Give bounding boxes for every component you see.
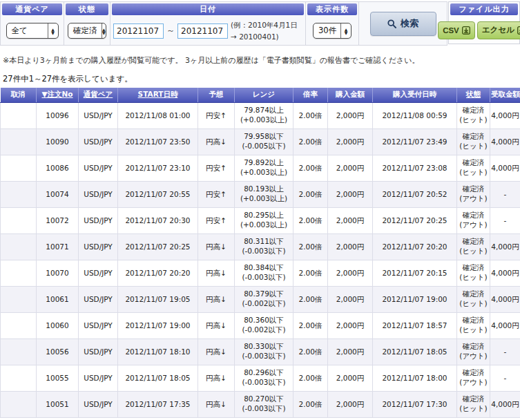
column-header-order-no[interactable]: ▼注文No <box>37 88 79 102</box>
cell-order-no: 10060 <box>37 312 79 338</box>
column-header-label[interactable]: START日時 <box>138 90 178 98</box>
cell-line: 80.330以下 <box>235 342 292 352</box>
csv-export-button[interactable]: CSV <box>438 21 475 39</box>
filter-display-count: 表示件数 30件 ▲▼ <box>306 1 359 46</box>
table-row: 10090USD/JPY2012/11/07 23:50円高↓79.958以下(… <box>1 128 520 155</box>
cell-forecast: 円高↓ <box>198 391 235 417</box>
cell-order-no: 10056 <box>37 338 79 365</box>
table-row: 10061USD/JPY2012/11/07 19:05円高↓80.379以下(… <box>1 286 520 312</box>
cell-payout: 4,000円 <box>490 312 520 338</box>
cell-cancel <box>1 207 37 233</box>
cell-cancel <box>1 312 37 338</box>
cell-cancel <box>1 365 37 391</box>
cell-cancel <box>1 128 37 155</box>
cell-range: 80.270以下(-0.003以下) <box>235 391 293 417</box>
status-select[interactable]: 確定済 ▲▼ <box>68 23 106 39</box>
cell-order-no: 10074 <box>37 181 79 207</box>
file-output-header: ファイル出力 <box>450 3 518 15</box>
cell-line: (アウト) <box>458 378 489 388</box>
cell-line: (-0.003以下) <box>235 273 292 283</box>
cell-purchase-amount: 2,000円 <box>328 233 373 260</box>
cell-line: 確定済 <box>458 263 489 273</box>
cell-purchase-amount: 2,000円 <box>328 312 373 338</box>
search-button[interactable]: 検索 <box>370 12 436 36</box>
cell-start-datetime: 2012/11/07 18:05 <box>118 365 198 391</box>
cell-multiplier: 2.00倍 <box>293 233 328 260</box>
cell-line: 80.270以下 <box>235 394 292 404</box>
cell-payout: 4,000円 <box>490 102 520 128</box>
column-header-start-datetime[interactable]: START日時 <box>118 88 198 102</box>
table-row: 10074USD/JPY2012/11/07 20:55円安↑80.193以上(… <box>1 181 520 207</box>
cell-line: (-0.003以下) <box>235 404 292 414</box>
cell-cancel <box>1 155 37 181</box>
cell-line: (+0.003以上) <box>235 115 292 125</box>
cell-payout: 4,000円 <box>490 391 520 417</box>
cell-line: 確定済 <box>458 132 489 142</box>
cell-range: 80.295以上(+0.003以上) <box>235 207 293 233</box>
cell-payout: 4,000円 <box>490 128 520 155</box>
cell-status: 確定済(アウト) <box>457 365 490 391</box>
display-count-select[interactable]: 30件 ▲▼ <box>313 23 352 39</box>
cell-order-no: 10055 <box>37 365 79 391</box>
cell-order-no: 10061 <box>37 286 79 312</box>
cell-line: 79.892以上 <box>235 158 292 168</box>
cell-line: (アウト) <box>458 194 489 204</box>
cell-line: (ヒット) <box>458 299 489 309</box>
column-header-label[interactable]: 通貨ペア <box>84 90 113 98</box>
cell-forecast: 円高↓ <box>198 365 235 391</box>
cell-purchase-amount: 2,000円 <box>328 102 373 128</box>
date-from-input[interactable] <box>113 23 164 39</box>
cell-purchase-amount: 2,000円 <box>328 207 373 233</box>
cell-line: (ヒット) <box>458 115 489 125</box>
cell-range: 80.379以下(-0.002以下) <box>235 286 293 312</box>
cell-line: 80.384以下 <box>235 263 292 273</box>
cell-currency-pair: USD/JPY <box>79 338 118 365</box>
cell-forecast: 円安↑ <box>198 207 235 233</box>
cell-purchase-amount: 2,000円 <box>328 391 373 417</box>
cell-purchase-amount: 2,000円 <box>328 338 373 365</box>
purchase-history-page: 通貨ペア 全て ▲▼ 状態 確定済 ▲▼ 日付 ～ <box>0 0 520 420</box>
filter-currency-pair-header: 通貨ペア <box>2 3 62 15</box>
cell-range: 79.892以上(+0.003以上) <box>235 155 293 181</box>
cell-forecast: 円高↓ <box>198 260 235 286</box>
cell-cancel <box>1 391 37 417</box>
cell-payout: 4,000円 <box>490 155 520 181</box>
date-to-input[interactable] <box>177 23 228 39</box>
cell-purchase-accepted: 2012/11/07 17:30 <box>373 391 457 417</box>
cell-payout: - <box>490 365 520 391</box>
excel-export-button[interactable]: エクセル <box>477 21 520 39</box>
column-header-label: 受取金額 <box>491 90 520 98</box>
cell-line: (-0.003以下) <box>235 378 292 388</box>
cell-line: 80.360以下 <box>235 316 292 325</box>
cell-line: 80.193以上 <box>235 184 292 194</box>
column-header-label[interactable]: 状態 <box>466 90 481 98</box>
cell-range: 80.193以上(+0.003以上) <box>235 181 293 207</box>
column-header-status[interactable]: 状態 <box>457 88 490 102</box>
cell-start-datetime: 2012/11/07 18:10 <box>118 338 198 365</box>
cell-purchase-accepted: 2012/11/07 20:20 <box>373 233 457 260</box>
cell-purchase-accepted: 2012/11/07 18:00 <box>373 365 457 391</box>
filter-search-cell: 検索 <box>359 1 447 46</box>
cell-line: 79.874以上 <box>235 106 292 115</box>
column-header-payout: 受取金額 <box>490 88 520 102</box>
filter-currency-pair: 通貨ペア 全て ▲▼ <box>0 1 64 46</box>
cell-forecast: 円高↓ <box>198 128 235 155</box>
table-row: 10096USD/JPY2012/11/08 01:00円安↑79.874以上(… <box>1 102 520 128</box>
cell-currency-pair: USD/JPY <box>79 207 118 233</box>
currency-pair-select[interactable]: 全て ▲▼ <box>6 23 59 39</box>
column-header-purchase-accepted: 購入受付日時 <box>373 88 457 102</box>
column-header-label: 購入受付日時 <box>393 90 436 98</box>
cell-status: 確定済(ヒット) <box>457 260 490 286</box>
column-header-multiplier: 倍率 <box>293 88 328 102</box>
cell-multiplier: 2.00倍 <box>293 365 328 391</box>
cell-forecast: 円高↓ <box>198 233 235 260</box>
cell-multiplier: 2.00倍 <box>293 155 328 181</box>
cell-start-datetime: 2012/11/07 20:55 <box>118 181 198 207</box>
cell-currency-pair: USD/JPY <box>79 102 118 128</box>
table-row: 10051USD/JPY2012/11/07 17:35円高↓80.270以下(… <box>1 391 520 417</box>
column-header-currency-pair[interactable]: 通貨ペア <box>79 88 118 102</box>
cell-start-datetime: 2012/11/07 19:00 <box>118 312 198 338</box>
cell-payout: - <box>490 338 520 365</box>
column-header-label[interactable]: ▼注文No <box>41 90 73 98</box>
cell-line: (アウト) <box>458 352 489 361</box>
